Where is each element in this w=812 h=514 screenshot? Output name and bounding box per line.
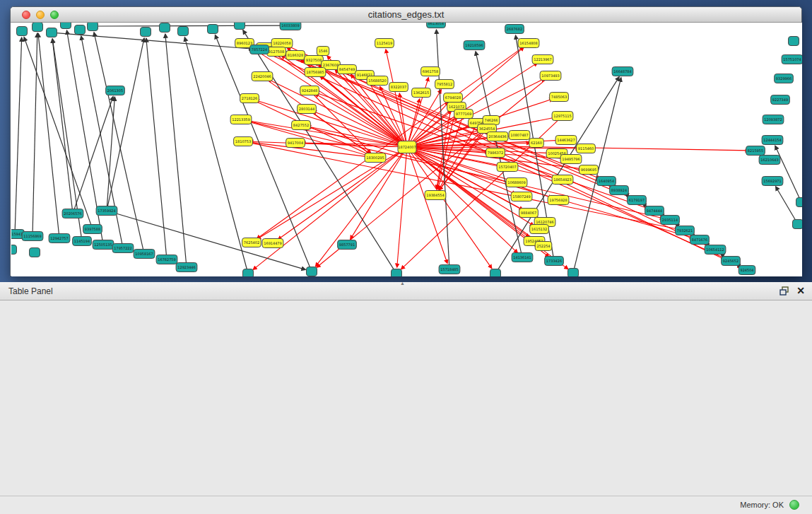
graph-node[interactable] — [160, 23, 170, 33]
graph-node[interactable]: 19756928 — [548, 196, 569, 205]
graph-node[interactable]: 15692971 — [762, 177, 783, 186]
graph-node[interactable]: 14136141 — [512, 253, 533, 262]
graph-node[interactable]: 9242848 — [300, 86, 319, 95]
graph-node[interactable]: 7955812 — [435, 80, 454, 89]
graph-node[interactable]: 252254 — [535, 242, 552, 251]
float-panel-icon[interactable] — [779, 286, 789, 296]
graph-node[interactable]: 16033809 — [280, 23, 301, 30]
graph-node[interactable]: 10958167 — [134, 250, 155, 259]
graph-node[interactable]: 2061305 — [106, 86, 125, 95]
graph-node[interactable]: 1733426 — [545, 257, 564, 266]
window-titlebar[interactable]: citations_edges.txt — [11, 7, 801, 23]
graph-node[interactable]: 8454749 — [338, 65, 357, 74]
graph-node[interactable]: 6179197 — [628, 196, 647, 205]
graph-node[interactable] — [141, 28, 151, 37]
graph-node[interactable] — [243, 269, 254, 277]
graph-node[interactable]: 1145194 — [73, 237, 92, 246]
graph-node[interactable]: 9777169 — [454, 110, 473, 119]
graph-node[interactable]: 8471676 — [690, 235, 710, 245]
graph-node[interactable]: 9397588 — [83, 225, 102, 234]
graph-node[interactable]: 10973493 — [540, 71, 561, 81]
graph-node[interactable]: 2803144 — [298, 105, 317, 114]
graph-node[interactable]: 12093872 — [763, 115, 784, 124]
graph-node[interactable]: 9127508 — [267, 47, 286, 57]
graph-node[interactable] — [178, 27, 189, 36]
graph-node[interactable]: 2718126 — [240, 94, 259, 103]
splitter-collapse-arrow[interactable]: ▲ — [400, 281, 405, 286]
graph-node[interactable]: 7485063 — [550, 93, 569, 102]
graph-node[interactable]: 12213967 — [532, 55, 553, 64]
graph-node[interactable] — [11, 245, 17, 255]
graph-node[interactable]: 15718485 — [439, 265, 460, 274]
graph-node[interactable]: 12975115 — [552, 112, 573, 121]
graph-node[interactable]: 16210643 — [759, 156, 780, 165]
graph-node[interactable]: 18654923 — [552, 175, 573, 185]
graph-node[interactable]: 8215955 — [746, 146, 765, 156]
graph-node[interactable]: 9474444 — [645, 206, 664, 216]
graph-node[interactable]: 7625402 — [242, 238, 261, 247]
graph-node[interactable] — [490, 269, 501, 277]
graph-node[interactable]: 10654112 — [705, 245, 726, 255]
graph-node[interactable]: 8427552 — [292, 121, 311, 130]
graph-node[interactable]: 12444154 — [762, 136, 783, 145]
graph-node[interactable]: 6794028 — [444, 93, 463, 103]
graph-node[interactable]: 1362615 — [412, 88, 431, 98]
graph-node[interactable]: 20364436 — [487, 132, 508, 141]
graph-node[interactable]: 18724007 — [398, 141, 416, 153]
graph-node[interactable]: 9329966 — [775, 74, 794, 83]
graph-node[interactable]: 746266 — [483, 116, 500, 125]
graph-node[interactable]: 16648784 — [612, 67, 633, 76]
graph-node[interactable]: 12213359 — [230, 115, 252, 124]
graph-node[interactable]: 1615132 — [530, 225, 549, 234]
graph-node[interactable]: 9417004 — [286, 139, 305, 148]
graph-node[interactable]: 18226058 — [271, 39, 293, 48]
graph-node[interactable]: 924504 — [739, 266, 755, 275]
graph-node[interactable]: 6961758 — [421, 67, 440, 76]
graph-node[interactable] — [75, 25, 86, 35]
graph-node[interactable]: 8613054 — [427, 23, 446, 28]
graph-node[interactable]: 17957222 — [112, 244, 134, 253]
graph-node[interactable] — [47, 28, 57, 37]
graph-node[interactable] — [61, 23, 71, 29]
graph-node[interactable]: 9245652 — [722, 257, 741, 266]
graph-node[interactable] — [235, 23, 245, 30]
graph-node[interactable] — [17, 27, 28, 36]
graph-node[interactable]: 8186328 — [286, 51, 305, 60]
graph-node[interactable]: 9699695 — [579, 165, 599, 175]
graph-node[interactable]: 17359924 — [96, 206, 117, 216]
graph-node[interactable]: 8322037 — [389, 83, 408, 92]
graph-node[interactable]: 10807487 — [509, 131, 530, 140]
graph-node[interactable]: 18756985 — [305, 68, 326, 77]
graph-node[interactable]: 8938924 — [610, 186, 629, 195]
graph-node[interactable] — [88, 23, 98, 31]
memory-ok-icon[interactable] — [789, 500, 799, 510]
graph-node[interactable]: 2687682 — [505, 25, 524, 34]
graph-node[interactable]: 19495796 — [560, 155, 582, 164]
graph-node[interactable]: 12505135 — [93, 240, 114, 250]
graph-node[interactable]: 16154808 — [518, 39, 539, 48]
graph-node[interactable]: 1640954 — [597, 177, 616, 186]
graph-node[interactable]: 16782759 — [156, 255, 177, 264]
graph-node[interactable] — [30, 248, 40, 257]
graph-node[interactable] — [793, 220, 803, 229]
graph-node[interactable]: 7932621 — [676, 226, 695, 235]
graph-node[interactable] — [392, 269, 402, 277]
network-view-canvas[interactable]: 1872400789601238912954182260589127508818… — [11, 23, 802, 276]
graph-node[interactable]: 1546 — [317, 47, 329, 56]
graph-node[interactable]: 19218596 — [464, 41, 485, 50]
graph-node[interactable]: 15720407 — [497, 163, 518, 172]
graph-node[interactable]: 14463627 — [555, 136, 577, 145]
graph-node[interactable] — [33, 23, 43, 32]
graph-node[interactable]: 1125419 — [375, 39, 394, 48]
graph-node[interactable]: 10688609 — [506, 178, 527, 187]
graph-node[interactable]: 15688520 — [367, 76, 388, 86]
graph-node[interactable]: 7986372 — [486, 148, 505, 158]
graph-node[interactable]: 22420046 — [252, 72, 273, 81]
graph-node[interactable]: 9227349 — [771, 95, 790, 105]
graph-node[interactable]: 19384554 — [425, 191, 446, 200]
graph-node[interactable] — [568, 269, 579, 277]
graph-node[interactable]: 7857224 — [250, 45, 269, 54]
graph-node[interactable]: 16914479 — [262, 239, 283, 248]
graph-node[interactable]: 18300295 — [365, 153, 386, 163]
graph-node[interactable]: 9857791 — [338, 240, 357, 250]
